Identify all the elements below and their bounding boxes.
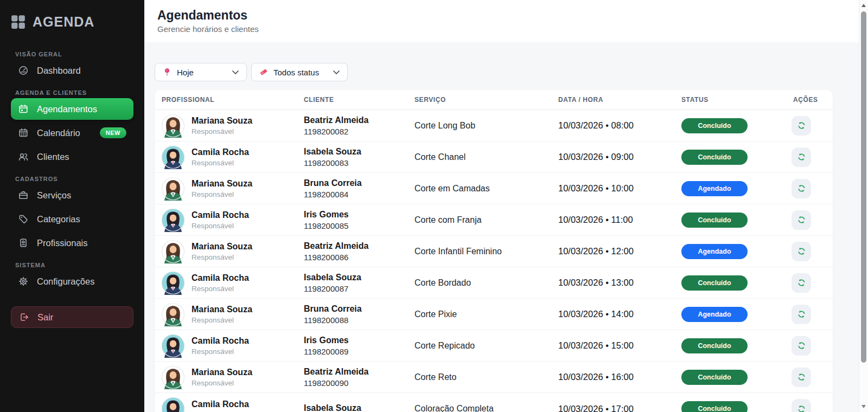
refresh-status-button[interactable] — [792, 179, 811, 198]
status-filter-value: Todos status — [273, 68, 319, 77]
refresh-status-button[interactable] — [792, 273, 811, 293]
appointment-datetime: 10/03/2026 • 08:00 — [551, 120, 674, 131]
actions-cell — [786, 273, 833, 293]
professional-role: Responsável — [192, 159, 249, 167]
professional-name: Mariana Souza — [192, 367, 252, 377]
actions-cell — [786, 336, 833, 356]
professional-name: Camila Rocha — [192, 399, 249, 409]
table-row: Mariana Souza Responsável Bruna Correia … — [155, 299, 833, 330]
service-name: Corte Chanel — [407, 152, 551, 162]
gear-icon — [18, 276, 29, 287]
refresh-status-button[interactable] — [792, 147, 811, 167]
table-row: Mariana Souza Responsável Bruna Correia … — [155, 173, 833, 204]
avatar — [161, 145, 185, 169]
table-row: Camila Rocha Responsável Iris Gomes 1198… — [155, 204, 833, 236]
col-actions: Ações — [786, 96, 833, 104]
sidebar-item-label: Agendamentos — [37, 104, 97, 114]
client-cell: Beatriz Almeida 1198200082 — [297, 115, 407, 136]
refresh-status-button[interactable] — [792, 242, 811, 261]
scroll-up-arrow[interactable] — [861, 4, 866, 7]
client-phone: 1198200088 — [304, 316, 407, 325]
refresh-icon — [796, 340, 807, 351]
scrollbar[interactable] — [859, 0, 868, 412]
avatar — [161, 365, 185, 389]
sidebar-item-label: Profissionais — [37, 238, 88, 248]
refresh-status-button[interactable] — [792, 116, 811, 136]
table-row: Camila Rocha Responsável Isabela Souza 1… — [155, 267, 833, 299]
refresh-status-button[interactable] — [792, 210, 811, 230]
sidebar-item-servicos[interactable]: Serviços — [11, 184, 133, 206]
table-row: Camila Rocha Responsável Isabela Souza 1… — [155, 141, 833, 173]
client-phone: 1198200084 — [304, 190, 407, 199]
appointment-datetime: 10/03/2026 • 15:00 — [551, 340, 674, 351]
client-name: Beatriz Almeida — [304, 366, 407, 377]
professional-role: Responsável — [192, 347, 249, 356]
sidebar-item-calendario[interactable]: Calendário NEW — [11, 122, 133, 144]
col-datetime: Data / Hora — [551, 96, 674, 104]
col-professional: Profissional — [155, 96, 297, 104]
col-client: Cliente — [297, 96, 407, 104]
sidebar-item-clientes[interactable]: Clientes — [11, 146, 133, 168]
status-cell: Concluído — [674, 275, 786, 291]
professional-name: Mariana Souza — [192, 304, 252, 314]
chevron-down-icon — [232, 70, 239, 74]
client-phone: 1198200086 — [304, 253, 407, 262]
service-name: Corte Long Bob — [407, 121, 551, 131]
sidebar-item-configuracoes[interactable]: Configurações — [11, 271, 133, 292]
professional-role: Responsável — [192, 190, 252, 198]
professional-cell: Mariana Souza Responsável — [155, 365, 297, 389]
client-cell: Isabela Souza 1198200087 — [297, 272, 407, 293]
actions-cell — [786, 399, 833, 412]
new-badge: NEW — [100, 127, 126, 138]
avatar — [161, 271, 185, 295]
refresh-status-button[interactable] — [792, 399, 811, 412]
grid-logo-icon — [11, 15, 25, 29]
refresh-status-button[interactable] — [792, 336, 811, 356]
avatar — [161, 397, 185, 412]
client-name: Beatriz Almeida — [304, 241, 407, 251]
status-filter-select[interactable]: Todos status — [251, 63, 348, 81]
refresh-status-button[interactable] — [792, 368, 811, 387]
date-filter-select[interactable]: Hoje — [155, 63, 247, 81]
service-name: Corte Infantil Feminino — [407, 247, 551, 256]
sidebar-item-dashboard[interactable]: Dashboard — [11, 60, 133, 81]
actions-cell — [786, 179, 833, 198]
client-name: Isabela Souza — [304, 146, 407, 157]
client-name: Bruna Correia — [304, 304, 407, 314]
client-cell: Beatriz Almeida 1198200086 — [297, 241, 407, 261]
status-cell: Concluído — [674, 150, 786, 165]
sidebar-item-label: Categorias — [37, 214, 80, 224]
refresh-status-button[interactable] — [792, 305, 811, 324]
scrollbar-thumb[interactable] — [861, 11, 866, 363]
client-cell: Iris Gomes 1198200085 — [297, 209, 407, 230]
sidebar-item-sair[interactable]: Sair — [11, 306, 133, 328]
status-cell: Concluído — [674, 118, 786, 133]
refresh-icon — [796, 183, 807, 194]
client-phone: 1198200087 — [304, 284, 407, 293]
table-header: Profissional Cliente Serviço Data / Hora… — [155, 90, 833, 110]
refresh-icon — [796, 120, 807, 131]
table-row: Camila Rocha Responsável Isabela Souza C… — [155, 393, 833, 412]
refresh-icon — [796, 404, 807, 412]
sidebar: AGENDA VISÃO GERAL Dashboard AGENDA E CL… — [0, 0, 144, 412]
professional-cell: Camila Rocha Responsável — [155, 397, 297, 412]
sidebar-item-categorias[interactable]: Categorias — [11, 208, 133, 230]
pin-icon — [163, 68, 171, 76]
sidebar-item-agendamentos[interactable]: Agendamentos — [11, 98, 133, 120]
status-badge: Agendado — [681, 181, 748, 196]
service-name: Corte Bordado — [407, 278, 551, 288]
client-cell: Iris Gomes 1198200089 — [297, 335, 407, 356]
status-badge: Concluído — [681, 213, 748, 228]
sidebar-nav: VISÃO GERAL Dashboard AGENDA E CLIENTES … — [11, 51, 133, 292]
sidebar-item-profissionais[interactable]: Profissionais — [11, 232, 133, 254]
service-name: Coloração Completa — [407, 404, 551, 412]
sidebar-item-label: Dashboard — [37, 66, 81, 76]
chevron-down-icon — [333, 70, 340, 74]
section-label: CADASTROS — [15, 176, 129, 182]
actions-cell — [786, 116, 833, 136]
sidebar-item-label: Calendário — [37, 128, 80, 138]
status-cell: Agendado — [674, 307, 786, 322]
scroll-down-arrow[interactable] — [861, 405, 866, 408]
appointment-datetime: 10/03/2026 • 09:00 — [551, 152, 674, 162]
refresh-icon — [796, 215, 807, 225]
